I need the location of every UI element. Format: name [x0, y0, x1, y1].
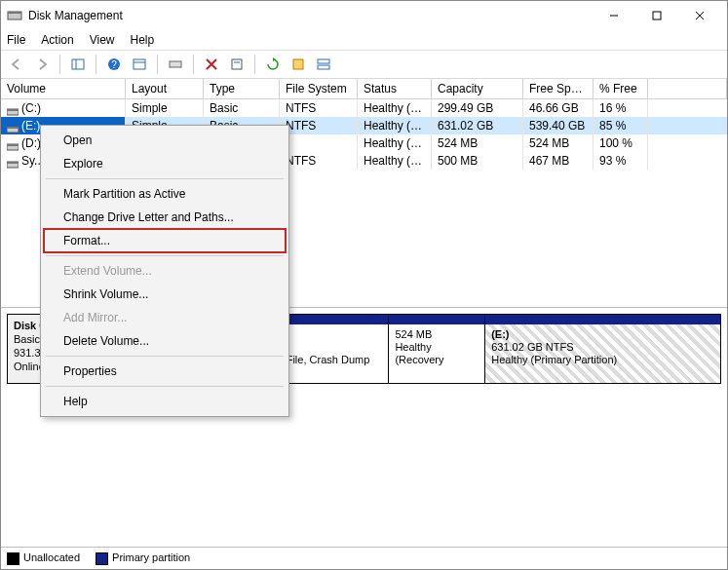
cell: 524 MB — [432, 134, 523, 152]
context-menu: OpenExploreMark Partition as ActiveChang… — [40, 125, 289, 417]
svg-rect-12 — [170, 61, 181, 67]
close-button[interactable] — [678, 1, 721, 30]
menu-item[interactable]: Mark Partition as Active — [44, 182, 286, 206]
menu-help[interactable]: Help — [131, 33, 155, 47]
window-title: Disk Management — [28, 9, 123, 22]
cell: 100 % — [594, 134, 648, 152]
svg-rect-1 — [8, 12, 21, 14]
svg-rect-6 — [72, 59, 84, 69]
status-bar: Unallocated Primary partition — [1, 547, 727, 569]
swatch-unallocated-icon — [7, 552, 19, 565]
drive-icon — [7, 139, 19, 149]
drive-icon — [7, 104, 19, 114]
svg-text:?: ? — [111, 59, 117, 70]
menu-item[interactable]: Change Drive Letter and Paths... — [44, 206, 286, 229]
cell: 299.49 GB — [432, 99, 523, 117]
title-bar: Disk Management — [1, 1, 727, 30]
menu-item[interactable]: Shrink Volume... — [44, 283, 286, 306]
menu-separator — [46, 255, 284, 256]
cell: 524 MB — [523, 134, 594, 152]
cell: Simple — [126, 99, 204, 117]
svg-rect-17 — [318, 65, 329, 69]
menu-item[interactable]: Format... — [44, 229, 286, 252]
menu-item[interactable]: Help — [44, 390, 286, 413]
cell: 16 % — [594, 99, 648, 117]
svg-rect-23 — [7, 144, 19, 146]
partition-state: Healthy (Recovery — [395, 341, 479, 366]
menu-file[interactable]: File — [7, 33, 25, 47]
menu-item[interactable]: Properties — [44, 360, 286, 383]
cell: NTFS — [280, 152, 358, 170]
menu-item[interactable]: Open — [44, 129, 286, 152]
col-type[interactable]: Type — [204, 79, 280, 98]
legend-unallocated: Unallocated — [7, 551, 80, 565]
menu-item[interactable]: Explore — [44, 152, 286, 175]
svg-rect-13 — [232, 59, 242, 69]
svg-rect-16 — [318, 59, 329, 63]
menu-item[interactable]: Delete Volume... — [44, 329, 286, 353]
menu-view[interactable]: View — [90, 33, 115, 47]
cell: Healthy (S... — [358, 152, 432, 170]
menu-separator — [46, 356, 284, 357]
partition[interactable]: (E:)631.02 GB NTFSHealthy (Primary Parti… — [485, 315, 720, 383]
cell: 46.66 GB — [523, 99, 594, 117]
action-icon[interactable] — [287, 53, 310, 76]
help-button[interactable]: ? — [102, 53, 126, 76]
swatch-primary-icon — [96, 552, 108, 565]
refresh-button[interactable] — [164, 53, 187, 76]
app-icon — [7, 8, 22, 23]
svg-rect-3 — [653, 12, 661, 19]
partition-size: 631.02 GB NTFS — [491, 341, 714, 354]
properties-icon[interactable] — [225, 53, 249, 76]
menu-item: Add Mirror... — [44, 306, 286, 329]
cell: NTFS — [280, 117, 358, 134]
partition-state: Healthy (Primary Partition) — [491, 354, 714, 366]
cell: 500 MB — [432, 152, 523, 170]
partition-size: 524 MB — [395, 328, 479, 341]
toolbar: ? — [1, 51, 727, 79]
menu-separator — [46, 386, 284, 387]
delete-icon[interactable] — [200, 53, 223, 76]
col-layout[interactable]: Layout — [126, 79, 204, 98]
rescan-icon[interactable] — [261, 53, 285, 76]
forward-button[interactable] — [30, 53, 54, 76]
col-capacity[interactable]: Capacity — [432, 79, 523, 98]
settings-button[interactable] — [128, 53, 151, 76]
volume-list-header: Volume Layout Type File System Status Ca… — [1, 79, 727, 99]
cell: (C:) — [1, 99, 126, 117]
cell: Healthy (B... — [358, 99, 432, 117]
cell: 93 % — [594, 152, 648, 170]
partition[interactable]: 524 MBHealthy (Recovery — [389, 315, 485, 383]
cell: 631.02 GB — [432, 117, 523, 134]
col-volume[interactable]: Volume — [1, 79, 126, 98]
menu-separator — [46, 178, 284, 179]
col-filesystem[interactable]: File System — [280, 79, 358, 98]
maximize-button[interactable] — [635, 1, 678, 30]
volume-row[interactable]: (C:)SimpleBasicNTFSHealthy (B...299.49 G… — [1, 99, 727, 117]
col-spacer — [648, 79, 727, 98]
col-pct-free[interactable]: % Free — [594, 79, 648, 98]
cell: Basic — [204, 99, 280, 117]
show-hide-console-tree-button[interactable] — [66, 53, 90, 76]
svg-rect-25 — [7, 162, 19, 164]
cell: 539.40 GB — [523, 117, 594, 134]
partition-name: (E:) — [491, 328, 714, 341]
menu-action[interactable]: Action — [41, 33, 73, 47]
menu-item: Extend Volume... — [44, 259, 286, 283]
col-free-space[interactable]: Free Spa... — [523, 79, 594, 98]
drive-icon — [7, 122, 19, 132]
svg-rect-19 — [7, 109, 19, 111]
back-button[interactable] — [5, 53, 28, 76]
svg-rect-15 — [293, 59, 303, 69]
svg-rect-10 — [134, 59, 145, 69]
minimize-button[interactable] — [593, 1, 635, 30]
col-status[interactable]: Status — [358, 79, 432, 98]
legend-primary: Primary partition — [96, 551, 190, 565]
cell — [280, 134, 358, 152]
layout-icon[interactable] — [312, 53, 335, 76]
menu-bar: File Action View Help — [1, 30, 727, 50]
window: Disk Management File Action View Help ? … — [0, 0, 728, 570]
drive-icon — [7, 157, 19, 167]
svg-rect-21 — [7, 127, 19, 129]
cell: 467 MB — [523, 152, 594, 170]
